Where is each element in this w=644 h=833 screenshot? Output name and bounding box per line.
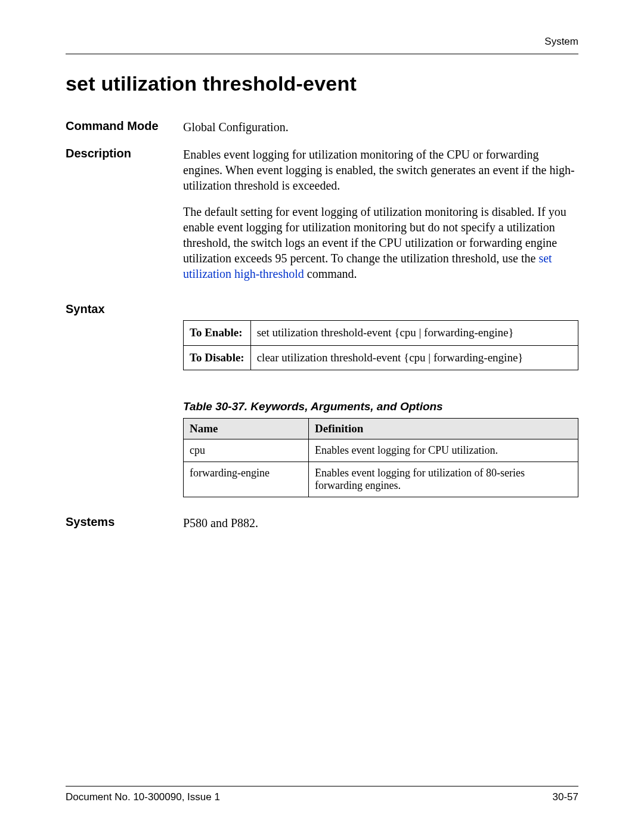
- description-para2-prefix: The default setting for event logging of…: [183, 205, 566, 265]
- systems-value: P580 and P882.: [183, 515, 578, 531]
- footer-doc-number: Document No. 10-300090, Issue 1: [66, 791, 220, 803]
- footer-rule: [66, 786, 578, 786]
- args-table-caption: Table 30-37. Keywords, Arguments, and Op…: [183, 400, 578, 413]
- description-para2: The default setting for event logging of…: [183, 204, 578, 281]
- table-row: To Enable: set utilization threshold-eve…: [184, 321, 578, 346]
- syntax-table: To Enable: set utilization threshold-eve…: [183, 320, 578, 370]
- command-mode-label: Command Mode: [66, 119, 183, 135]
- footer-page-number: 30-57: [553, 791, 578, 803]
- footer: Document No. 10-300090, Issue 1 30-57: [66, 786, 578, 803]
- syntax-content: To Enable: set utilization threshold-eve…: [183, 302, 578, 400]
- description-para2-suffix: command.: [304, 267, 357, 280]
- command-mode-value: Global Configuration.: [183, 119, 578, 135]
- header-section-label: System: [66, 36, 578, 48]
- syntax-enable-label: To Enable:: [184, 321, 251, 346]
- args-cell-definition: Enables event logging for utilization of…: [309, 462, 578, 497]
- syntax-disable-value: clear utilization threshold-event {cpu |…: [250, 345, 578, 370]
- description-para1: Enables event logging for utilization mo…: [183, 147, 578, 193]
- systems-row: Systems P580 and P882.: [66, 515, 578, 531]
- args-cell-name: cpu: [184, 439, 309, 462]
- args-cell-definition: Enables event logging for CPU utilizatio…: [309, 439, 578, 462]
- args-cell-name: forwarding-engine: [184, 462, 309, 497]
- header-rule: [66, 54, 578, 54]
- command-mode-row: Command Mode Global Configuration.: [66, 119, 578, 135]
- syntax-enable-value: set utilization threshold-event {cpu | f…: [250, 321, 578, 346]
- args-header-definition: Definition: [309, 419, 578, 439]
- systems-label: Systems: [66, 515, 183, 531]
- syntax-label: Syntax: [66, 302, 183, 400]
- args-table: Name Definition cpu Enables event loggin…: [183, 418, 578, 497]
- syntax-disable-label: To Disable:: [184, 345, 251, 370]
- args-table-block: Table 30-37. Keywords, Arguments, and Op…: [183, 400, 578, 497]
- table-row: To Disable: clear utilization threshold-…: [184, 345, 578, 370]
- description-label: Description: [66, 147, 183, 281]
- table-row: forwarding-engine Enables event logging …: [184, 462, 578, 497]
- args-header-name: Name: [184, 419, 309, 439]
- page-title: set utilization threshold-event: [66, 72, 578, 95]
- description-row: Description Enables event logging for ut…: [66, 147, 578, 281]
- table-row: Name Definition: [184, 419, 578, 439]
- description-content: Enables event logging for utilization mo…: [183, 147, 578, 281]
- table-row: cpu Enables event logging for CPU utiliz…: [184, 439, 578, 462]
- syntax-row: Syntax To Enable: set utilization thresh…: [66, 302, 578, 400]
